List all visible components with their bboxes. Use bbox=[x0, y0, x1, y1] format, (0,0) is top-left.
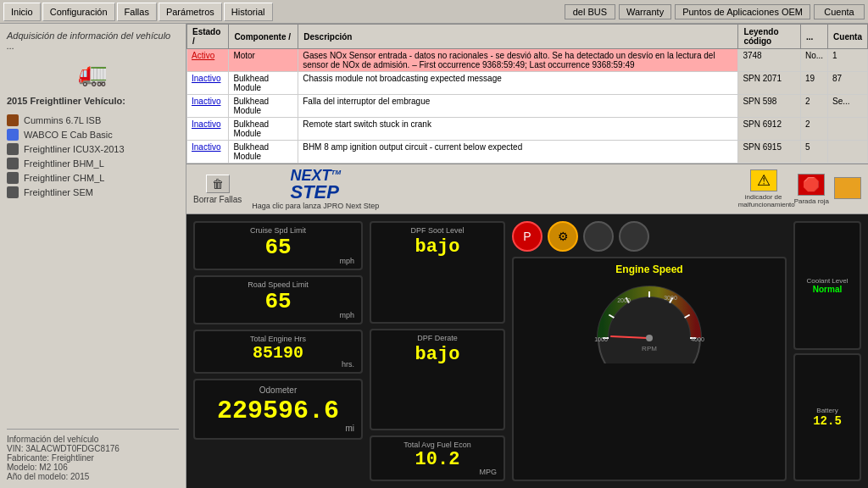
check-engine-icon: ⚠ bbox=[750, 169, 777, 191]
warning-lights: P ⚙ bbox=[512, 221, 787, 252]
right-gauges: P ⚙ Engine Speed bbox=[512, 221, 787, 481]
amber-icon bbox=[834, 177, 861, 199]
nav-cuenta: Cuenta bbox=[814, 4, 865, 19]
list-item[interactable]: Freightliner CHM_L bbox=[7, 172, 179, 184]
component-cell: Bulkhead Module bbox=[229, 141, 298, 164]
trash-icon: 🗑 bbox=[206, 175, 230, 193]
top-nav-right: del BUS Warranty Puntos de Aplicaciones … bbox=[565, 4, 865, 19]
road-speed-gauge: Road Speed Limit 65 mph bbox=[193, 275, 363, 324]
battery-gauge: Battery 12.5 bbox=[793, 353, 861, 482]
nav-fallas[interactable]: Fallas bbox=[117, 3, 157, 21]
fuel-label: Total Avg Fuel Econ bbox=[378, 441, 497, 449]
vin-row: VIN: 3ALACWDT0FDGC8176 bbox=[7, 444, 179, 453]
truck-icon: 🚛 bbox=[7, 59, 179, 87]
bhm-icon bbox=[7, 158, 19, 169]
nav-params[interactable]: Parámetros bbox=[159, 3, 222, 21]
odometer-label: Odometer bbox=[202, 385, 354, 395]
vehicle-header: 2015 Freightliner Vehículo: bbox=[7, 96, 179, 106]
cuenta-cell: 1 bbox=[828, 49, 868, 72]
fuel-econ-gauge: Total Avg Fuel Econ 10.2 MPG bbox=[370, 435, 505, 481]
engine-hrs-label: Total Engine Hrs bbox=[202, 335, 354, 343]
col-cuenta: Cuenta bbox=[828, 25, 868, 49]
icu-icon bbox=[7, 143, 19, 155]
stop-lamp-light: P bbox=[512, 221, 542, 252]
status-badge: Inactivo bbox=[192, 74, 220, 83]
status-badge: Activo bbox=[192, 51, 214, 60]
indicador-label: indicador de malfuncionamiento bbox=[738, 193, 789, 208]
vehicle-info: Información del vehículo VIN: 3ALACWDT0F… bbox=[7, 429, 179, 481]
road-label: Road Speed Limit bbox=[202, 280, 354, 289]
nextstep-label: Haga clic para lanza JPRO Next Step bbox=[252, 202, 379, 210]
cuenta-cell: Se... bbox=[828, 95, 868, 118]
sidebar-title: Adquisición de información del vehículo … bbox=[7, 30, 179, 51]
description-cell: Falla del interruptor del embrague bbox=[298, 95, 738, 118]
list-item[interactable]: Freightliner SEM bbox=[7, 186, 179, 198]
table-row[interactable]: Inactivo Bulkhead Module Remote start sw… bbox=[187, 118, 868, 141]
component-label: Cummins 6.7L ISB bbox=[24, 115, 101, 125]
nav-bus: del BUS bbox=[565, 4, 615, 19]
left-gauges: Cruise Spd Limit 65 mph Road Speed Limit… bbox=[193, 221, 363, 481]
nav-warranty: Warranty bbox=[619, 4, 671, 19]
engine-hrs-gauge: Total Engine Hrs 85190 hrs. bbox=[193, 330, 363, 374]
component-cell: Bulkhead Module bbox=[229, 72, 298, 95]
svg-text:4000: 4000 bbox=[691, 336, 704, 342]
toolbar-right-icons: ⚠ indicador de malfuncionamiento 🛑 Parad… bbox=[738, 169, 861, 208]
table-row[interactable]: Inactivo Bulkhead Module Chassis module … bbox=[187, 72, 868, 95]
indicador-area: ⚠ indicador de malfuncionamiento bbox=[738, 169, 789, 208]
engine-hrs-value: 85190 bbox=[202, 345, 354, 362]
leyendo-cell: SPN 6915 bbox=[738, 141, 801, 164]
component-list: Cummins 6.7L ISB WABCO E Cab Basic Freig… bbox=[7, 114, 179, 198]
list-item[interactable]: Cummins 6.7L ISB bbox=[7, 114, 179, 126]
svg-text:1000: 1000 bbox=[594, 336, 608, 342]
component-label: Freightliner CHM_L bbox=[24, 173, 104, 183]
top-gauge-row: Cruise Spd Limit 65 mph bbox=[193, 221, 363, 270]
tachometer-svg: 1000 2000 3000 4000 RPM bbox=[586, 279, 713, 363]
gauges-section: Cruise Spd Limit 65 mph Road Speed Limit… bbox=[186, 214, 868, 488]
description-cell: BHM 8 amp ignition output circuit - curr… bbox=[298, 141, 738, 164]
warning-light-4 bbox=[619, 221, 649, 252]
fault-table-section: Estado / Componente / Descripción Leyend… bbox=[186, 24, 868, 164]
cruise-unit: mph bbox=[202, 257, 354, 265]
dpf-soot-value: bajo bbox=[378, 236, 497, 258]
anio-row: Año del modelo: 2015 bbox=[7, 472, 179, 481]
cuenta-cell bbox=[828, 141, 868, 164]
svg-text:3000: 3000 bbox=[664, 295, 677, 301]
nextstep-area[interactable]: NEXTTMSTEP Haga clic para lanza JPRO Nex… bbox=[252, 168, 379, 210]
col-componente: Componente / bbox=[229, 25, 298, 49]
leyendo-cell: SPN 6912 bbox=[738, 118, 801, 141]
list-item[interactable]: Freightliner BHM_L bbox=[7, 158, 179, 169]
list-item[interactable]: Freightliner ICU3X-2013 bbox=[7, 143, 179, 155]
mil-light: ⚙ bbox=[548, 221, 578, 252]
stop-icon: 🛑 bbox=[798, 174, 825, 196]
list-item[interactable]: WABCO E Cab Basic bbox=[7, 129, 179, 141]
nav-historial[interactable]: Historial bbox=[224, 3, 273, 21]
status-badge: Inactivo bbox=[192, 97, 220, 106]
fabricante-row: Fabricante: Freightliner bbox=[7, 453, 179, 463]
road-gauge-row: Road Speed Limit 65 mph bbox=[193, 275, 363, 324]
cruise-label: Cruise Spd Limit bbox=[202, 226, 354, 235]
road-value: 65 bbox=[202, 291, 354, 313]
table-row[interactable]: Inactivo Bulkhead Module Falla del inter… bbox=[187, 95, 868, 118]
dpf-derate-gauge: DPF Derate bajo bbox=[370, 329, 505, 431]
odometer-gauge: Odometer 229596.6 mi bbox=[193, 379, 363, 440]
description-cell: Chassis module not broadcasting expected… bbox=[298, 72, 738, 95]
rightmost-gauges: Coolant Level Normal Battery 12.5 bbox=[793, 221, 861, 481]
warning-light-3 bbox=[583, 221, 614, 252]
borrar-fallas-button[interactable]: 🗑 Borrar Fallas bbox=[193, 175, 242, 204]
engine-hrs-unit: hrs. bbox=[202, 360, 354, 369]
fuel-unit: MPG bbox=[378, 468, 497, 476]
chm-icon bbox=[7, 172, 19, 184]
component-label: Freightliner ICU3X-2013 bbox=[24, 144, 125, 154]
fault-table: Estado / Componente / Descripción Leyend… bbox=[186, 24, 868, 164]
dpf-derate-value: bajo bbox=[378, 344, 497, 365]
col-descripcion: Descripción bbox=[298, 25, 738, 49]
wabco-icon bbox=[7, 129, 19, 141]
num-cell: 19 bbox=[800, 72, 827, 95]
nav-config[interactable]: Configuración bbox=[42, 3, 115, 21]
dpf-derate-label: DPF Derate bbox=[378, 334, 497, 342]
nav-inicio[interactable]: Inicio bbox=[3, 3, 41, 21]
table-row[interactable]: Inactivo Bulkhead Module BHM 8 amp ignit… bbox=[187, 141, 868, 164]
component-label: Freightliner SEM bbox=[24, 187, 93, 197]
svg-text:2000: 2000 bbox=[617, 297, 631, 303]
table-row[interactable]: Activo Motor Gases NOx Sensor entrada - … bbox=[187, 49, 868, 72]
